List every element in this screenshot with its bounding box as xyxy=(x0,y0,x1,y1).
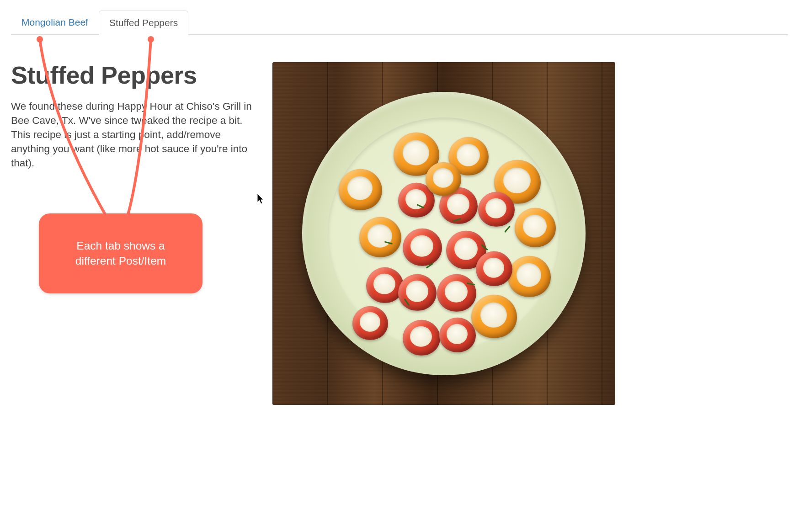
tab-stuffed-peppers[interactable]: Stuffed Peppers xyxy=(99,11,188,35)
cursor-icon xyxy=(257,194,266,205)
post-image xyxy=(272,62,615,405)
annotation-text: Each tab shows a different Post/Item xyxy=(55,239,186,268)
post-title: Stuffed Peppers xyxy=(11,62,258,88)
post-image-column xyxy=(272,62,788,405)
image-peppers xyxy=(334,137,554,338)
svg-point-1 xyxy=(148,36,154,43)
tab-mongolian-beef[interactable]: Mongolian Beef xyxy=(11,10,99,34)
svg-point-0 xyxy=(37,36,43,43)
post-description: We found these during Happy Hour at Chis… xyxy=(11,99,258,170)
annotation-callout: Each tab shows a different Post/Item xyxy=(39,213,202,293)
page-root: Mongolian Beef Stuffed Peppers Stuffed P… xyxy=(0,8,799,532)
tab-bar: Mongolian Beef Stuffed Peppers xyxy=(11,8,788,35)
